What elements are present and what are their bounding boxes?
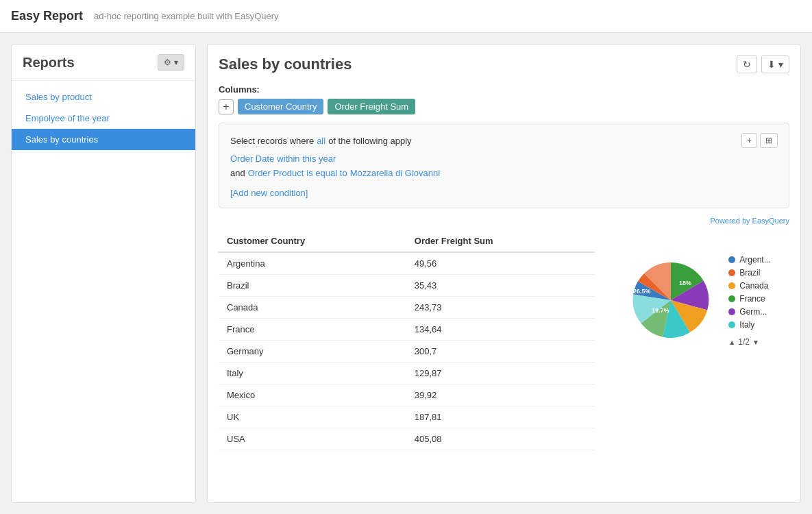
legend-label-argentina: Argent... [739,255,770,265]
filter-suffix: of the following apply [328,136,411,146]
add-filter-button[interactable]: + [741,133,757,148]
legend-label-canada: Canada [739,281,768,291]
legend-dot-argentina [728,256,735,263]
app-header: Easy Report ad-hoc reporting example bui… [0,0,812,33]
filter-value-link[interactable]: Mozzarella di Giovanni [350,168,441,178]
legend-item-argentina: Argent... [728,255,770,265]
filter-condition-2: and Order Product is equal to Mozzarella… [230,168,778,178]
legend-label-italy: Italy [739,320,754,330]
filter-all-link[interactable]: all [317,136,325,146]
main-content: Sales by countries ↻ ⬇ ▾ Columns: + Cust… [207,44,801,503]
cell-freight-sum: 187,81 [406,406,595,428]
cell-country: Italy [219,363,406,384]
filter-within-this-year-link[interactable]: within this year [277,154,336,164]
powered-by: Powered by EasyQuery [219,217,789,225]
col-header-order-freight-sum: Order Freight Sum [406,230,595,252]
sidebar-item-sales-by-product[interactable]: Sales by product [12,86,195,108]
cell-freight-sum: 300,7 [406,341,595,363]
filter-and-label: and [230,168,245,178]
app-subtitle: ad-hoc reporting example built with Easy… [94,11,279,21]
column-tag-order-freight-sum[interactable]: Order Freight Sum [328,99,415,114]
svg-text:19.7%: 19.7% [652,307,669,314]
app-title: Easy Report [11,9,83,23]
chevron-down-icon: ▾ [778,59,783,70]
sidebar-title: Reports [23,55,75,71]
powered-by-link[interactable]: Powered by EasyQuery [710,217,789,225]
legend-next-button[interactable]: ▼ [752,339,759,346]
legend-prev-button[interactable]: ▲ [728,339,735,346]
data-table-container: Customer Country Order Freight Sum Argen… [219,230,595,461]
chart-area: 18% 19.7% 26.5% Argent... Brazil [630,255,770,347]
legend-dot-italy [728,321,735,328]
report-actions: ↻ ⬇ ▾ [737,56,789,73]
legend-item-france: France [728,294,770,304]
filter-condition-1: Order Date within this year [230,154,778,164]
cell-country: UK [219,406,406,428]
group-filter-button[interactable]: ⊞ [760,133,778,148]
filter-header: Select records where all of the followin… [230,133,778,148]
legend-dot-brazil [728,269,735,276]
legend-item-canada: Canada [728,281,770,291]
col-header-customer-country: Customer Country [219,230,406,252]
legend-label-brazil: Brazil [739,268,760,278]
legend-dot-canada [728,282,735,289]
cell-country: France [219,319,406,341]
table-row: UK187,81 [219,406,595,428]
svg-text:18%: 18% [679,280,691,286]
legend-dot-france [728,295,735,302]
cell-country: Brazil [219,275,406,297]
legend-label-germany: Germ... [739,307,767,317]
table-row: Canada243,73 [219,297,595,319]
export-icon: ⬇ [767,59,776,70]
table-row: Mexico39,92 [219,384,595,406]
refresh-button[interactable]: ↻ [737,56,757,73]
cell-freight-sum: 405,08 [406,428,595,450]
sidebar-item-sales-by-countries[interactable]: Sales by countries [12,129,195,150]
filter-header-left: Select records where all of the followin… [230,136,412,146]
column-tag-customer-country[interactable]: Customer Country [238,99,323,114]
columns-row: + Customer Country Order Freight Sum [219,99,789,114]
cell-freight-sum: 134,64 [406,319,595,341]
report-title: Sales by countries [219,56,352,73]
cell-freight-sum: 49,56 [406,252,595,275]
legend-page: 1/2 [738,337,750,347]
cell-freight-sum: 39,92 [406,384,595,406]
chart-legend: Argent... Brazil Canada France [728,255,770,347]
add-condition-link[interactable]: [Add new condition] [230,188,308,198]
table-row: Argentina49,56 [219,252,595,275]
filter-actions: + ⊞ [741,133,778,148]
legend-item-germany: Germ... [728,307,770,317]
report-header: Sales by countries ↻ ⬇ ▾ [219,56,789,73]
filter-section: Select records where all of the followin… [219,123,789,208]
gear-icon: ⚙ [164,58,171,67]
filter-order-date-link[interactable]: Order Date [230,154,274,164]
cell-country: Argentina [219,252,406,275]
columns-label: Columns: [219,84,789,95]
export-button[interactable]: ⬇ ▾ [761,56,789,73]
cell-freight-sum: 243,73 [406,297,595,319]
cell-freight-sum: 129,87 [406,363,595,384]
cell-freight-sum: 35,43 [406,275,595,297]
sidebar: Reports ⚙ ▾ Sales by product Empolyee of… [11,44,196,503]
data-table: Customer Country Order Freight Sum Argen… [219,230,595,450]
sidebar-item-employee-of-the-year[interactable]: Empolyee of the year [12,108,195,129]
sidebar-nav: Sales by product Empolyee of the year Sa… [12,81,195,156]
gear-dropdown-button[interactable]: ⚙ ▾ [158,54,184,71]
legend-item-italy: Italy [728,320,770,330]
cell-country: Mexico [219,384,406,406]
cell-country: Canada [219,297,406,319]
table-row: France134,64 [219,319,595,341]
table-row: USA405,08 [219,428,595,450]
filter-order-product-link[interactable]: Order Product [248,168,304,178]
table-row: Germany300,7 [219,341,595,363]
table-row: Brazil35,43 [219,275,595,297]
table-row: Italy129,87 [219,363,595,384]
add-column-button[interactable]: + [219,99,234,114]
cell-country: USA [219,428,406,450]
filter-is-equal-to-link[interactable]: is equal to [306,168,347,178]
filter-prefix: Select records where [230,136,314,146]
svg-text:26.5%: 26.5% [633,288,651,295]
columns-section: Columns: + Customer Country Order Freigh… [219,84,789,114]
legend-navigation: ▲ 1/2 ▼ [728,337,770,347]
chevron-down-icon: ▾ [174,58,178,67]
